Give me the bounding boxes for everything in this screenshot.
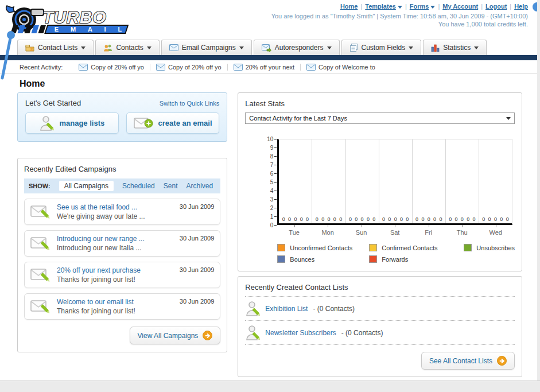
see-all-contact-lists-label: See All Contact Lists — [429, 357, 492, 365]
campaign-filters: All CampaignsScheduledSentArchived — [59, 181, 213, 191]
contact-list-link[interactable]: Exhibition List — [265, 305, 308, 313]
envelope-icon — [79, 64, 88, 71]
bar-value-label: 0 — [494, 216, 497, 222]
top-link-templates[interactable]: Templates — [365, 3, 396, 10]
top-link-separator: | — [481, 3, 483, 10]
campaign-title-link[interactable]: Introducing our new range ... — [57, 235, 145, 243]
create-an-email-button[interactable]: create an email — [126, 112, 220, 134]
top-link-home[interactable]: Home — [340, 3, 358, 10]
see-all-contact-lists-button[interactable]: See All Contact Lists — [421, 352, 515, 370]
bar-value-label: 0 — [294, 216, 297, 222]
get-started-panel: Let's Get Started Switch to Quick Links … — [17, 92, 227, 142]
bar-value-labels: 00000 — [346, 216, 379, 222]
view-all-campaigns-button[interactable]: View All Campaigns — [130, 327, 221, 344]
people-icon — [103, 44, 112, 52]
filter-all-campaigns[interactable]: All Campaigns — [59, 181, 114, 191]
recent-activity-item-label: Copy of 20% off yo — [91, 64, 144, 71]
recent-activity-item[interactable]: Copy of Welcome to — [300, 64, 381, 71]
chevron-down-icon — [81, 46, 86, 49]
y-axis-label: 9 — [262, 145, 273, 151]
login-info: You are logged in as "Timothy Smith" | S… — [271, 13, 528, 20]
bar-value-label: 0 — [349, 216, 352, 222]
envelope-pencil-icon — [30, 298, 51, 315]
legend-swatch — [369, 255, 377, 263]
bar-value-label: 0 — [439, 216, 442, 222]
envelope-icon — [234, 64, 243, 71]
top-link-forms[interactable]: Forms — [410, 3, 429, 10]
switch-quick-links-link[interactable]: Switch to Quick Links — [160, 100, 220, 107]
main-nav-tabs: Contact ListsContactsEmail CampaignsAuto… — [0, 39, 537, 55]
manage-lists-button[interactable]: manage lists — [25, 112, 119, 134]
stats-report-dropdown[interactable]: Contact Activity for the Last 7 Days — [245, 112, 515, 124]
recent-contact-lists-panel: Recently Created Contact Lists Exhibitio… — [238, 276, 522, 377]
x-axis-tick — [462, 225, 463, 227]
campaign-date: 30 Jun 2009 — [180, 203, 215, 210]
top-link-logout[interactable]: Logout — [485, 3, 507, 10]
recent-campaigns-panel: Recently Edited Campaigns SHOW: All Camp… — [17, 158, 227, 352]
contact-list-link[interactable]: Newsletter Subscribers — [265, 329, 336, 337]
tab-label: Autoresponders — [275, 44, 324, 52]
x-axis-label: Thu — [445, 225, 479, 236]
filter-scheduled[interactable]: Scheduled — [122, 182, 155, 190]
bar-value-labels: 00000 — [379, 216, 412, 222]
legend-swatch — [277, 255, 285, 263]
chart-plot-area: 00000000000000000000000000000000000 — [277, 139, 512, 225]
create-an-email-label: create an email — [158, 119, 212, 127]
campaign-text: 20% off your next purchaseThanks for joi… — [57, 266, 141, 284]
chevron-down-icon — [147, 46, 151, 49]
legend-swatch — [464, 244, 472, 251]
corner-dot-decoration — [533, 2, 537, 11]
campaign-subtitle: Thanks for joining our list! — [57, 275, 141, 284]
top-link-my-account[interactable]: My Account — [442, 3, 478, 10]
legend-label: Bounces — [290, 256, 314, 263]
chart-day-group: 00000 — [346, 139, 379, 223]
tab-contacts[interactable]: Contacts — [95, 40, 159, 55]
blue-pin-decoration — [0, 29, 18, 81]
campaign-title-link[interactable]: Welcome to our email list — [57, 298, 135, 306]
tab-contact-lists[interactable]: Contact Lists — [17, 40, 94, 55]
x-axis-label: Fri — [411, 225, 445, 236]
campaign-text: Introducing our new range ...Introducing… — [57, 235, 145, 252]
bar-value-label: 0 — [473, 216, 476, 222]
view-all-campaigns-label: View All Campaigns — [138, 332, 199, 340]
top-link-separator: | — [438, 3, 440, 10]
chevron-down-icon — [474, 46, 479, 49]
header: E M A I L TURBO Home|Templates|Forms|My … — [0, 0, 537, 39]
legend-label: Unconfirmed Contacts — [290, 244, 352, 251]
tab-autoresponders[interactable]: Autoresponders — [254, 40, 340, 55]
campaign-subtitle: We're giving away our late ... — [57, 212, 145, 220]
legend-item: Bounces — [277, 255, 369, 263]
chart-day-group: 00000 — [312, 139, 345, 223]
campaign-subtitle: Introducing our new Italia ... — [57, 244, 145, 252]
recent-activity-item[interactable]: Copy of 20% off yo — [73, 64, 150, 71]
tab-email-campaigns[interactable]: Email Campaigns — [161, 40, 252, 55]
chart-legend: Unconfirmed ContactsConfirmed ContactsUn… — [277, 244, 515, 263]
bar-value-label: 0 — [467, 216, 469, 222]
y-axis-label: 8 — [262, 153, 273, 160]
recent-activity-bar: Recent Activity: Copy of 20% off yoCopy … — [0, 60, 537, 74]
x-axis-tick — [362, 225, 362, 227]
y-axis-label: 3 — [262, 196, 273, 203]
recent-activity-item[interactable]: Copy of 20% off yo — [150, 64, 227, 71]
bar-value-label: 0 — [282, 216, 285, 222]
campaign-title-link[interactable]: 20% off your next purchase — [57, 266, 141, 274]
bar-value-labels: 00000 — [279, 216, 312, 222]
filter-sent[interactable]: Sent — [164, 182, 178, 190]
recent-activity-item[interactable]: 20% off your next — [227, 64, 300, 71]
filter-archived[interactable]: Archived — [186, 182, 213, 190]
bar-value-labels: 00000 — [446, 216, 479, 222]
bar-value-label: 0 — [500, 216, 503, 222]
campaign-card: 20% off your next purchaseThanks for joi… — [24, 262, 220, 288]
campaign-title-link[interactable]: See us at the retail food ... — [57, 203, 145, 211]
tab-custom-fields[interactable]: Custom Fields — [341, 40, 422, 55]
credits-info: You have 1,000 total credits left. — [438, 21, 528, 28]
chevron-down-icon — [430, 6, 435, 9]
manage-lists-label: manage lists — [59, 119, 104, 127]
bar-value-label: 0 — [316, 216, 318, 222]
tab-label: Contact Lists — [38, 44, 77, 52]
person-pencil-icon — [245, 325, 260, 341]
tab-statistics[interactable]: Statistics — [423, 40, 487, 55]
y-axis-tick — [274, 148, 277, 148]
top-link-help[interactable]: Help — [514, 3, 528, 10]
svg-text:E M A I L: E M A I L — [55, 26, 127, 33]
